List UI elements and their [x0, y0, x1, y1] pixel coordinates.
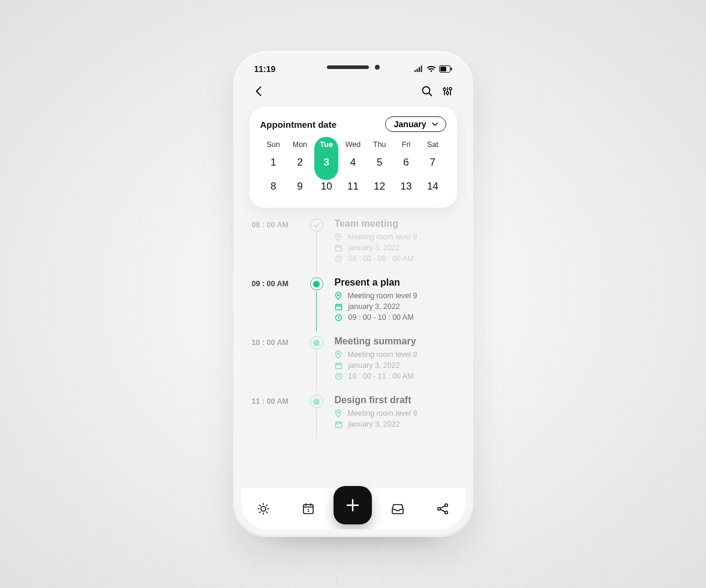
back-button[interactable] — [253, 85, 265, 97]
nav-brightness[interactable] — [257, 502, 270, 515]
event-range: 10 : 00 - 11 : 00 AM — [335, 372, 461, 380]
event-location: Meeting room level 9 — [335, 409, 461, 418]
event-marker — [310, 336, 323, 349]
filter-button[interactable] — [441, 85, 453, 97]
side-button — [230, 213, 233, 246]
calendar-day[interactable]: 2 — [287, 152, 313, 173]
svg-rect-2 — [450, 68, 452, 71]
chevron-down-icon — [431, 121, 438, 128]
event-date: january 3, 2022 — [335, 302, 461, 311]
battery-icon — [439, 65, 452, 73]
share-icon — [436, 502, 449, 515]
calendar-day[interactable]: 14 — [419, 176, 446, 197]
wifi-icon — [426, 65, 436, 73]
calendar-day[interactable]: 12 — [366, 176, 393, 197]
event-location: Meeting room level 9 — [335, 350, 461, 359]
event-date: january 3, 2022 — [335, 420, 461, 428]
inbox-icon — [390, 502, 405, 515]
timeline-event[interactable]: 08 : 00 AM Team meeting Meeting room lev… — [241, 218, 465, 272]
calendar-icon: 1 — [302, 502, 315, 515]
calendar-card: Appointment date January SunMonTueWedThu… — [250, 107, 457, 208]
screen: 11:19 — [241, 59, 465, 529]
svg-rect-1 — [440, 67, 446, 71]
calendar-day[interactable]: 7 — [419, 152, 446, 173]
calendar-grid: SunMonTueWedThuFriSat 1234567 8910111213… — [260, 140, 446, 197]
nav-calendar[interactable]: 1 — [302, 502, 315, 515]
signal-icon — [414, 65, 423, 73]
sliders-icon — [441, 85, 453, 97]
phone-frame: 11:19 — [233, 51, 473, 537]
dow-label: Sun — [260, 140, 287, 149]
event-time: 11 : 00 AM — [252, 395, 307, 438]
svg-rect-14 — [335, 363, 341, 368]
search-button[interactable] — [421, 85, 433, 97]
calendar-day[interactable]: 1 — [260, 152, 287, 173]
svg-rect-8 — [335, 245, 341, 251]
calendar-day[interactable]: 8 — [260, 176, 287, 197]
svg-point-7 — [337, 235, 339, 237]
svg-point-13 — [337, 353, 339, 355]
nav-share[interactable] — [436, 502, 449, 515]
svg-rect-11 — [335, 304, 341, 310]
event-title: Design first draft — [335, 395, 461, 406]
event-range: 08 : 00 - 09 : 00 AM — [335, 254, 461, 263]
calendar-day[interactable]: 9 — [287, 176, 313, 197]
event-location: Meeting room level 9 — [335, 292, 461, 300]
calendar-day[interactable]: 5 — [366, 152, 393, 173]
svg-point-4 — [443, 88, 446, 91]
event-range: 09 : 00 - 10 : 00 AM — [335, 313, 461, 322]
event-title: Present a plan — [335, 277, 461, 288]
svg-point-18 — [261, 506, 266, 511]
event-time: 08 : 00 AM — [252, 218, 307, 272]
svg-point-6 — [449, 88, 452, 90]
status-time: 11:19 — [254, 64, 276, 74]
timeline[interactable]: 08 : 00 AM Team meeting Meeting room lev… — [241, 218, 465, 529]
event-time: 10 : 00 AM — [252, 336, 307, 390]
timeline-event[interactable]: 09 : 00 AM Present a plan Meeting room l… — [241, 277, 465, 331]
calendar-day[interactable]: 13 — [393, 176, 419, 197]
plus-icon — [345, 497, 360, 513]
card-title: Appointment date — [260, 119, 337, 130]
svg-rect-17 — [335, 422, 341, 427]
nav-inbox[interactable] — [390, 502, 405, 515]
svg-text:1: 1 — [307, 508, 310, 513]
timeline-event[interactable]: 11 : 00 AM Design first draft Meeting ro… — [241, 395, 465, 438]
notch — [327, 65, 380, 70]
timeline-event[interactable]: 10 : 00 AM Meeting summary Meeting room … — [241, 336, 465, 390]
dow-label: Thu — [366, 140, 393, 149]
event-title: Meeting summary — [335, 336, 461, 347]
svg-point-23 — [445, 511, 448, 514]
event-time: 09 : 00 AM — [252, 277, 307, 331]
svg-point-5 — [446, 92, 449, 94]
dow-label: Mon — [287, 140, 313, 149]
dow-label: Wed — [340, 140, 366, 149]
month-selector[interactable]: January — [385, 116, 446, 132]
calendar-day[interactable]: 3 — [313, 152, 340, 173]
dow-label: Sat — [419, 140, 446, 149]
add-button[interactable] — [334, 486, 372, 524]
calendar-day[interactable]: 6 — [393, 152, 419, 173]
calendar-day[interactable]: 11 — [340, 176, 366, 197]
svg-point-21 — [445, 503, 448, 506]
chevron-left-icon — [253, 85, 265, 97]
dow-label: Fri — [393, 140, 419, 149]
svg-point-22 — [438, 507, 441, 510]
side-button — [230, 171, 233, 204]
side-button — [473, 171, 476, 219]
svg-point-16 — [337, 412, 339, 413]
bottom-nav: 1 — [241, 487, 465, 529]
side-button — [230, 141, 233, 159]
event-date: january 3, 2022 — [335, 244, 461, 252]
svg-point-3 — [422, 87, 429, 94]
event-marker — [310, 395, 323, 408]
event-location: Meeting room level 9 — [335, 233, 461, 241]
event-title: Team meeting — [335, 218, 461, 229]
event-marker — [310, 277, 323, 290]
search-icon — [421, 85, 433, 97]
calendar-day[interactable]: 4 — [340, 152, 366, 173]
event-date: january 3, 2022 — [335, 361, 461, 370]
dow-label: Tue — [313, 140, 340, 149]
month-label: January — [394, 119, 426, 129]
app-header — [241, 79, 465, 101]
svg-point-10 — [337, 294, 339, 296]
